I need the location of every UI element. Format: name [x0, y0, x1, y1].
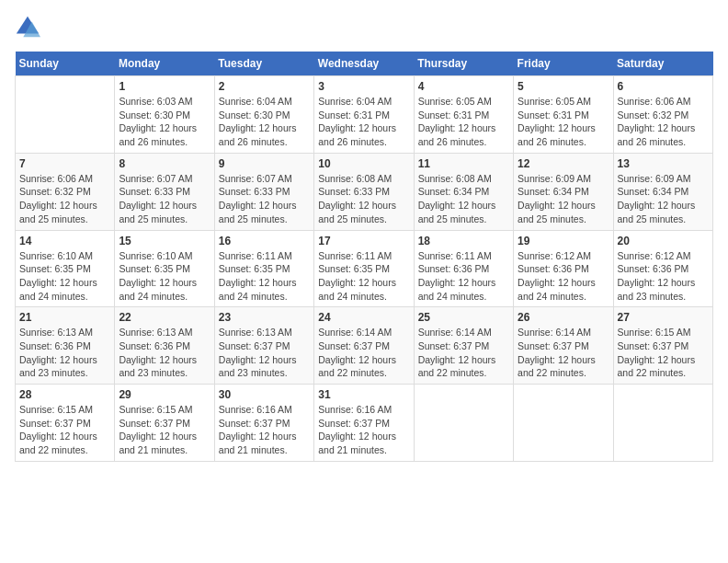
- day-number: 10: [318, 157, 409, 170]
- day-info: Sunrise: 6:11 AM Sunset: 6:35 PM Dayligh…: [318, 249, 409, 304]
- calendar-cell: 26Sunrise: 6:14 AM Sunset: 6:37 PM Dayli…: [514, 307, 613, 385]
- day-info: Sunrise: 6:13 AM Sunset: 6:36 PM Dayligh…: [119, 326, 210, 380]
- calendar-cell: 30Sunrise: 6:16 AM Sunset: 6:37 PM Dayli…: [214, 385, 313, 462]
- day-of-week-header: Friday: [514, 52, 613, 76]
- day-info: Sunrise: 6:09 AM Sunset: 6:34 PM Dayligh…: [618, 172, 709, 226]
- day-number: 9: [219, 157, 310, 170]
- calendar-cell: 13Sunrise: 6:09 AM Sunset: 6:34 PM Dayli…: [613, 153, 712, 230]
- calendar-cell: 14Sunrise: 6:10 AM Sunset: 6:35 PM Dayli…: [16, 230, 115, 307]
- day-number: 26: [518, 311, 609, 324]
- day-number: 14: [19, 235, 110, 247]
- day-number: 13: [618, 157, 709, 170]
- calendar-cell: 5Sunrise: 6:05 AM Sunset: 6:31 PM Daylig…: [514, 76, 613, 154]
- calendar-cell: 2Sunrise: 6:04 AM Sunset: 6:30 PM Daylig…: [214, 76, 313, 154]
- calendar-week-row: 7Sunrise: 6:06 AM Sunset: 6:32 PM Daylig…: [16, 153, 713, 230]
- calendar-cell: [514, 385, 613, 462]
- day-number: 27: [618, 311, 709, 324]
- calendar-cell: 15Sunrise: 6:10 AM Sunset: 6:35 PM Dayli…: [115, 230, 214, 307]
- day-info: Sunrise: 6:12 AM Sunset: 6:36 PM Dayligh…: [518, 249, 609, 304]
- day-of-week-header: Wednesday: [314, 52, 414, 76]
- calendar-cell: 16Sunrise: 6:11 AM Sunset: 6:35 PM Dayli…: [214, 230, 313, 307]
- calendar-cell: 28Sunrise: 6:15 AM Sunset: 6:37 PM Dayli…: [16, 385, 115, 462]
- calendar-cell: [613, 385, 712, 462]
- day-of-week-header: Sunday: [16, 52, 115, 76]
- calendar-cell: 25Sunrise: 6:14 AM Sunset: 6:37 PM Dayli…: [414, 307, 513, 385]
- day-number: 24: [318, 311, 409, 324]
- day-info: Sunrise: 6:13 AM Sunset: 6:37 PM Dayligh…: [219, 326, 310, 380]
- calendar-table: SundayMondayTuesdayWednesdayThursdayFrid…: [15, 52, 713, 462]
- day-info: Sunrise: 6:03 AM Sunset: 6:30 PM Dayligh…: [119, 95, 210, 149]
- logo-icon: [15, 15, 40, 40]
- day-info: Sunrise: 6:12 AM Sunset: 6:36 PM Dayligh…: [618, 249, 709, 304]
- day-number: 28: [19, 388, 110, 401]
- calendar-header-row: SundayMondayTuesdayWednesdayThursdayFrid…: [16, 52, 713, 76]
- day-number: 3: [318, 80, 409, 93]
- calendar-cell: 7Sunrise: 6:06 AM Sunset: 6:32 PM Daylig…: [16, 153, 115, 230]
- calendar-week-row: 21Sunrise: 6:13 AM Sunset: 6:36 PM Dayli…: [16, 307, 713, 385]
- day-info: Sunrise: 6:05 AM Sunset: 6:31 PM Dayligh…: [518, 95, 609, 149]
- day-info: Sunrise: 6:15 AM Sunset: 6:37 PM Dayligh…: [19, 403, 110, 457]
- day-number: 17: [318, 235, 409, 247]
- calendar-cell: 21Sunrise: 6:13 AM Sunset: 6:36 PM Dayli…: [16, 307, 115, 385]
- day-info: Sunrise: 6:15 AM Sunset: 6:37 PM Dayligh…: [119, 403, 210, 457]
- day-number: 22: [119, 311, 210, 324]
- calendar-cell: 11Sunrise: 6:08 AM Sunset: 6:34 PM Dayli…: [414, 153, 513, 230]
- day-of-week-header: Monday: [115, 52, 214, 76]
- calendar-cell: 24Sunrise: 6:14 AM Sunset: 6:37 PM Dayli…: [314, 307, 414, 385]
- day-number: 31: [318, 388, 409, 401]
- day-info: Sunrise: 6:11 AM Sunset: 6:36 PM Dayligh…: [418, 249, 509, 304]
- day-number: 16: [219, 235, 310, 247]
- calendar-cell: 17Sunrise: 6:11 AM Sunset: 6:35 PM Dayli…: [314, 230, 414, 307]
- calendar-cell: 22Sunrise: 6:13 AM Sunset: 6:36 PM Dayli…: [115, 307, 214, 385]
- day-number: 1: [119, 80, 210, 93]
- day-info: Sunrise: 6:08 AM Sunset: 6:34 PM Dayligh…: [418, 172, 509, 226]
- calendar-cell: 4Sunrise: 6:05 AM Sunset: 6:31 PM Daylig…: [414, 76, 513, 154]
- day-number: 15: [119, 235, 210, 247]
- day-number: 25: [418, 311, 509, 324]
- day-info: Sunrise: 6:06 AM Sunset: 6:32 PM Dayligh…: [19, 172, 110, 226]
- calendar-cell: 3Sunrise: 6:04 AM Sunset: 6:31 PM Daylig…: [314, 76, 414, 154]
- day-info: Sunrise: 6:07 AM Sunset: 6:33 PM Dayligh…: [119, 172, 210, 226]
- day-info: Sunrise: 6:14 AM Sunset: 6:37 PM Dayligh…: [518, 326, 609, 380]
- day-number: 29: [119, 388, 210, 401]
- calendar-week-row: 28Sunrise: 6:15 AM Sunset: 6:37 PM Dayli…: [16, 385, 713, 462]
- calendar-cell: 9Sunrise: 6:07 AM Sunset: 6:33 PM Daylig…: [214, 153, 313, 230]
- day-info: Sunrise: 6:04 AM Sunset: 6:31 PM Dayligh…: [318, 95, 409, 149]
- day-number: 23: [219, 311, 310, 324]
- calendar-week-row: 1Sunrise: 6:03 AM Sunset: 6:30 PM Daylig…: [16, 76, 713, 154]
- day-number: 21: [19, 311, 110, 324]
- calendar-cell: 8Sunrise: 6:07 AM Sunset: 6:33 PM Daylig…: [115, 153, 214, 230]
- day-info: Sunrise: 6:10 AM Sunset: 6:35 PM Dayligh…: [119, 249, 210, 304]
- day-info: Sunrise: 6:14 AM Sunset: 6:37 PM Dayligh…: [318, 326, 409, 380]
- day-number: 2: [219, 80, 310, 93]
- day-info: Sunrise: 6:11 AM Sunset: 6:35 PM Dayligh…: [219, 249, 310, 304]
- calendar-cell: 10Sunrise: 6:08 AM Sunset: 6:33 PM Dayli…: [314, 153, 414, 230]
- calendar-cell: 20Sunrise: 6:12 AM Sunset: 6:36 PM Dayli…: [613, 230, 712, 307]
- calendar-cell: 23Sunrise: 6:13 AM Sunset: 6:37 PM Dayli…: [214, 307, 313, 385]
- calendar-cell: [16, 76, 115, 154]
- day-info: Sunrise: 6:15 AM Sunset: 6:37 PM Dayligh…: [618, 326, 709, 380]
- calendar-week-row: 14Sunrise: 6:10 AM Sunset: 6:35 PM Dayli…: [16, 230, 713, 307]
- day-info: Sunrise: 6:05 AM Sunset: 6:31 PM Dayligh…: [418, 95, 509, 149]
- day-info: Sunrise: 6:07 AM Sunset: 6:33 PM Dayligh…: [219, 172, 310, 226]
- day-info: Sunrise: 6:10 AM Sunset: 6:35 PM Dayligh…: [19, 249, 110, 304]
- calendar-cell: 31Sunrise: 6:16 AM Sunset: 6:37 PM Dayli…: [314, 385, 414, 462]
- calendar-cell: 1Sunrise: 6:03 AM Sunset: 6:30 PM Daylig…: [115, 76, 214, 154]
- day-number: 30: [219, 388, 310, 401]
- day-of-week-header: Saturday: [613, 52, 712, 76]
- calendar-body: 1Sunrise: 6:03 AM Sunset: 6:30 PM Daylig…: [16, 76, 713, 462]
- day-info: Sunrise: 6:06 AM Sunset: 6:32 PM Dayligh…: [618, 95, 709, 149]
- day-number: 12: [518, 157, 609, 170]
- calendar-cell: 12Sunrise: 6:09 AM Sunset: 6:34 PM Dayli…: [514, 153, 613, 230]
- day-number: 6: [618, 80, 709, 93]
- calendar-cell: 6Sunrise: 6:06 AM Sunset: 6:32 PM Daylig…: [613, 76, 712, 154]
- day-number: 19: [518, 235, 609, 247]
- day-info: Sunrise: 6:09 AM Sunset: 6:34 PM Dayligh…: [518, 172, 609, 226]
- day-number: 7: [19, 157, 110, 170]
- day-of-week-header: Tuesday: [214, 52, 313, 76]
- calendar-cell: 27Sunrise: 6:15 AM Sunset: 6:37 PM Dayli…: [613, 307, 712, 385]
- day-info: Sunrise: 6:16 AM Sunset: 6:37 PM Dayligh…: [318, 403, 409, 457]
- day-info: Sunrise: 6:14 AM Sunset: 6:37 PM Dayligh…: [418, 326, 509, 380]
- calendar-cell: 19Sunrise: 6:12 AM Sunset: 6:36 PM Dayli…: [514, 230, 613, 307]
- day-info: Sunrise: 6:13 AM Sunset: 6:36 PM Dayligh…: [19, 326, 110, 380]
